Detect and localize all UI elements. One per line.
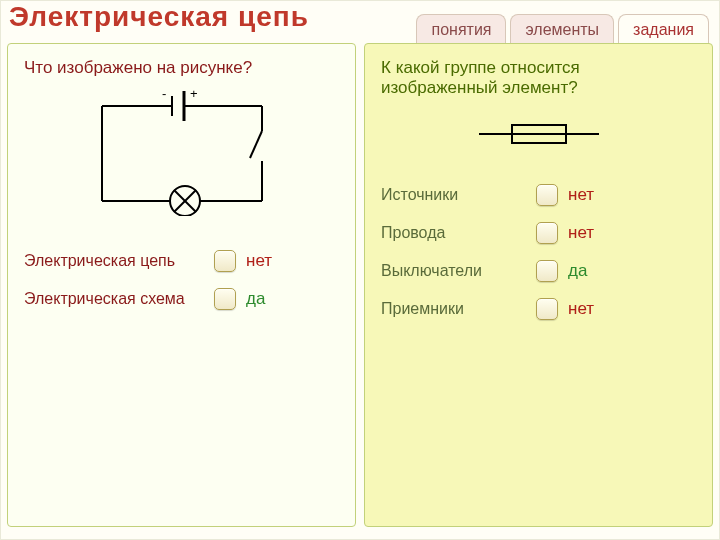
option-answer: нет (568, 185, 594, 205)
question-left: Что изображено на рисунке? (24, 58, 339, 78)
circuit-diagram: - + (24, 86, 339, 220)
option-label: Выключатели (381, 262, 536, 280)
panel-left: Что изображено на рисунке? (7, 43, 356, 527)
content: Что изображено на рисунке? (1, 43, 719, 533)
tabs: понятия элементы задания (416, 14, 709, 43)
circuit-schematic-icon: - + (72, 86, 292, 216)
checkbox[interactable] (536, 222, 558, 244)
battery-plus-label: + (190, 86, 198, 101)
option-label: Источники (381, 186, 536, 204)
battery-minus-label: - (162, 86, 166, 101)
checkbox[interactable] (536, 260, 558, 282)
svg-line-5 (250, 131, 262, 158)
option-row: Источники нет (381, 184, 696, 206)
option-answer: нет (568, 299, 594, 319)
option-row: Выключатели да (381, 260, 696, 282)
tab-concepts[interactable]: понятия (416, 14, 506, 43)
options-right: Источники нет Провода нет Выключатели да… (381, 184, 696, 320)
checkbox[interactable] (536, 298, 558, 320)
checkbox[interactable] (214, 250, 236, 272)
option-row: Электрическая цепь нет (24, 250, 339, 272)
tab-elements[interactable]: элементы (510, 14, 614, 43)
checkbox[interactable] (536, 184, 558, 206)
element-diagram (381, 116, 696, 156)
option-label: Электрическая цепь (24, 252, 214, 270)
option-answer: да (568, 261, 587, 281)
checkbox[interactable] (214, 288, 236, 310)
header: Электрическая цепь понятия элементы зада… (1, 1, 719, 43)
panel-right: К какой группе относится изображенный эл… (364, 43, 713, 527)
question-right: К какой группе относится изображенный эл… (381, 58, 696, 98)
page-title: Электрическая цепь (9, 1, 309, 33)
tab-tasks[interactable]: задания (618, 14, 709, 43)
option-answer: нет (568, 223, 594, 243)
option-label: Приемники (381, 300, 536, 318)
options-left: Электрическая цепь нет Электрическая схе… (24, 250, 339, 310)
option-label: Провода (381, 224, 536, 242)
fuse-symbol-icon (474, 116, 604, 152)
option-answer: нет (246, 251, 272, 271)
option-row: Приемники нет (381, 298, 696, 320)
option-row: Провода нет (381, 222, 696, 244)
option-answer: да (246, 289, 265, 309)
option-row: Электрическая схема да (24, 288, 339, 310)
option-label: Электрическая схема (24, 290, 214, 308)
